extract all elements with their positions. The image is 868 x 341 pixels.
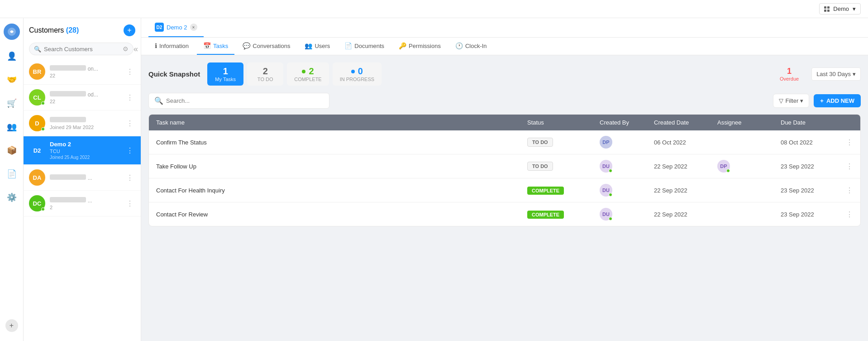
complete-card[interactable]: 2 COMPLETE xyxy=(287,62,329,86)
add-bottom-button[interactable]: + xyxy=(5,319,18,332)
chevron-down-icon: ▾ xyxy=(800,97,803,104)
status-dot xyxy=(609,217,612,221)
table-row: Confirm The Status TO DO DP 06 Oct 2022 … xyxy=(149,130,860,154)
blurred-name xyxy=(50,91,86,96)
tab-users[interactable]: 👥 Users xyxy=(298,38,336,55)
status-dot xyxy=(609,169,612,173)
todo-label: TO DO xyxy=(254,77,276,82)
more-options-icon[interactable]: ⋮ xyxy=(124,173,135,183)
nav-icon-settings[interactable]: ⚙️ xyxy=(5,190,19,205)
col-actions xyxy=(835,119,853,126)
main-content: D2 Demo 2 × ℹ Information 📅 Tasks 💬 Conv… xyxy=(141,18,868,341)
status-dot xyxy=(726,169,730,173)
tab-permissions[interactable]: 🔑 Permissions xyxy=(392,38,447,55)
inprogress-label: IN PROGRESS xyxy=(340,77,374,82)
my-tasks-num: 1 xyxy=(215,66,236,77)
clockin-icon: 🕐 xyxy=(455,42,463,49)
more-options-icon[interactable]: ⋮ xyxy=(124,118,135,129)
blurred-name xyxy=(50,65,86,71)
table-row: Take Follow Up TO DO DU 22 Sep 2022 DP xyxy=(149,154,860,178)
tab-conversations[interactable]: 💬 Conversations xyxy=(236,38,296,55)
status-dot xyxy=(41,127,45,131)
todo-card[interactable]: 2 TO DO xyxy=(247,62,283,86)
add-new-button[interactable]: + ADD NEW xyxy=(814,94,861,107)
customer-info: ... 2 xyxy=(50,197,120,210)
tab-close-button[interactable]: × xyxy=(190,24,197,31)
more-options-icon[interactable]: ⋮ xyxy=(124,198,135,209)
assignee-cell: DP xyxy=(717,160,781,173)
collapse-icon[interactable]: « xyxy=(134,44,138,54)
date-range-label: Last 30 Days xyxy=(816,71,851,77)
assignee-avatar: DP xyxy=(717,160,730,173)
status-cell: TO DO xyxy=(527,162,600,171)
inprogress-dot xyxy=(351,70,355,73)
nav-icon-users[interactable]: 👥 xyxy=(5,120,19,134)
row-more-options[interactable]: ⋮ xyxy=(835,186,853,195)
customer-item[interactable]: DA ... ⋮ xyxy=(24,165,141,191)
avatar: BR xyxy=(29,63,45,80)
status-badge: COMPLETE xyxy=(527,211,564,219)
tab-information[interactable]: ℹ Information xyxy=(148,38,195,55)
customer-item[interactable]: DC ... 2 ⋮ xyxy=(24,191,141,216)
add-customer-button[interactable]: + xyxy=(124,24,135,36)
content-area: Quick Snapshot 1 My Tasks 2 TO DO xyxy=(141,55,868,341)
customer-item[interactable]: CL od... 22 ⋮ xyxy=(24,85,141,110)
tab-tasks[interactable]: 📅 Tasks xyxy=(197,38,234,55)
overdue-badge: 1 Overdue xyxy=(774,65,804,83)
customer-list-header: Customers (28) + xyxy=(24,18,141,40)
tab-clockin[interactable]: 🕐 Clock-In xyxy=(449,38,493,55)
nav-icon-packages[interactable]: 📦 xyxy=(5,143,19,158)
date-range-select[interactable]: Last 30 Days ▾ xyxy=(811,67,861,81)
filter-icon: ▽ xyxy=(779,97,783,104)
due-date: 23 Sep 2022 xyxy=(781,187,835,194)
customer-search-bar: 🔍 ⚙ xyxy=(29,43,134,55)
tab-documents-label: Documents xyxy=(354,43,384,49)
customer-item-demo2[interactable]: D2 Demo 2 TCU Joined 25 Aug 2022 ⋮ xyxy=(24,136,141,165)
task-search-bar: 🔍 xyxy=(148,93,329,109)
inprogress-card[interactable]: 0 IN PROGRESS xyxy=(333,62,382,86)
blurred-name xyxy=(50,197,86,202)
tasks-table: Task name Status Created By Created Date… xyxy=(148,114,861,226)
row-more-options[interactable]: ⋮ xyxy=(835,138,853,147)
more-options-icon[interactable]: ⋮ xyxy=(124,67,135,77)
customer-info: ... xyxy=(50,174,120,181)
row-more-options[interactable]: ⋮ xyxy=(835,210,853,219)
customer-item[interactable]: BR on... 22 ⋮ xyxy=(24,59,141,85)
filter-button[interactable]: ▽ Filter ▾ xyxy=(773,94,809,108)
filter-icon[interactable]: ⚙ xyxy=(123,45,129,53)
customer-name: on... xyxy=(50,65,120,72)
more-options-icon[interactable]: ⋮ xyxy=(124,145,135,156)
avatar: CL xyxy=(29,89,45,106)
add-icon: + xyxy=(820,97,824,104)
tab-label: Demo 2 xyxy=(167,24,187,31)
nav-icon-cart[interactable]: 🛒 xyxy=(5,96,19,110)
tab-documents[interactable]: 📄 Documents xyxy=(338,38,391,55)
more-options-icon[interactable]: ⋮ xyxy=(124,92,135,103)
quick-snapshot-label: Quick Snapshot xyxy=(148,70,200,78)
complete-label: COMPLETE xyxy=(294,77,322,82)
created-by-avatar: DU xyxy=(600,184,612,197)
customer-joined: Joined 25 Aug 2022 xyxy=(50,155,120,160)
tab-demo2[interactable]: D2 Demo 2 × xyxy=(148,18,204,37)
snapshot-cards: 1 My Tasks 2 TO DO 2 COMP xyxy=(207,62,382,86)
task-name: Take Follow Up xyxy=(156,163,527,170)
customer-info: od... 22 xyxy=(50,91,120,104)
blurred-name xyxy=(50,117,86,122)
customer-search-input[interactable] xyxy=(44,46,120,53)
my-tasks-card[interactable]: 1 My Tasks xyxy=(207,62,243,86)
status-badge: TO DO xyxy=(527,138,553,147)
avatar: DA xyxy=(29,169,45,186)
nav-icon-people[interactable]: 👤 xyxy=(5,49,19,63)
tasks-icon: 📅 xyxy=(203,42,211,49)
nav-icon-docs[interactable]: 📄 xyxy=(5,167,19,181)
row-more-options[interactable]: ⋮ xyxy=(835,162,853,171)
my-tasks-label: My Tasks xyxy=(215,77,236,82)
created-date: 22 Sep 2022 xyxy=(654,187,717,194)
customer-sub: 22 xyxy=(50,99,120,104)
task-search-input[interactable] xyxy=(166,97,324,104)
demo-selector[interactable]: Demo ▾ xyxy=(819,3,861,14)
filter-label: Filter xyxy=(785,97,798,104)
nav-icon-groups[interactable]: 🤝 xyxy=(5,72,19,87)
tab-bar: D2 Demo 2 × xyxy=(141,18,868,38)
customer-item[interactable]: D Joined 29 Mar 2022 ⋮ xyxy=(24,110,141,136)
